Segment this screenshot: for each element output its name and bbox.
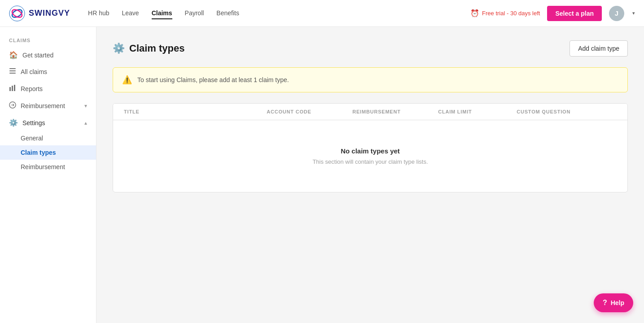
page-title-icon: ⚙️	[113, 43, 125, 54]
empty-subtitle: This section will contain your claim typ…	[124, 158, 617, 165]
help-label: Help	[611, 299, 624, 306]
trial-badge: ⏰ Free trial - 30 days left	[470, 9, 540, 17]
warning-text: To start using Claims, please add at lea…	[137, 76, 289, 83]
sidebar-label-get-started: Get started	[22, 52, 53, 59]
nav-claims[interactable]: Claims	[152, 8, 172, 19]
svg-rect-4	[9, 70, 16, 71]
help-button[interactable]: ? Help	[594, 293, 633, 312]
table-header: TITLE ACCOUNT CODE REIMBURSEMENT CLAIM L…	[113, 104, 627, 120]
avatar[interactable]: J	[609, 6, 624, 21]
select-plan-button[interactable]: Select a plan	[547, 6, 602, 21]
chevron-down-icon: ▾	[84, 103, 87, 109]
reimbursement-icon	[9, 101, 16, 110]
list-icon	[9, 67, 16, 76]
page-title-row: ⚙️ Claim types	[113, 43, 185, 54]
svg-rect-6	[9, 87, 11, 91]
warning-icon: ⚠️	[122, 75, 132, 85]
trial-text: Free trial - 30 days left	[482, 10, 540, 17]
warning-banner: ⚠️ To start using Claims, please add at …	[113, 67, 628, 92]
col-custom-question: CUSTOM QUESTION	[517, 109, 617, 114]
sidebar-item-reimbursement[interactable]: Reimbursement ▾	[0, 97, 96, 114]
col-reimbursement: REIMBURSEMENT	[352, 109, 438, 114]
sidebar-label-reimbursement-sub: Reimbursement	[21, 163, 65, 170]
nav-payroll[interactable]: Payroll	[185, 8, 204, 19]
svg-rect-8	[14, 85, 15, 91]
sidebar-sub-item-reimbursement[interactable]: Reimbursement	[0, 160, 96, 174]
main-layout: CLAIMS 🏠 Get started All claims	[0, 27, 644, 323]
avatar-dropdown-icon[interactable]: ▾	[632, 10, 635, 16]
nav-benefits[interactable]: Benefits	[216, 8, 239, 19]
svg-rect-5	[9, 73, 16, 74]
sidebar: CLAIMS 🏠 Get started All claims	[0, 27, 96, 323]
sidebar-label-reimbursement: Reimbursement	[21, 102, 65, 109]
add-claim-type-button[interactable]: Add claim type	[570, 40, 628, 57]
sidebar-item-settings[interactable]: ⚙️ Settings ▴	[0, 114, 96, 131]
sidebar-label-all-claims: All claims	[21, 68, 47, 75]
sidebar-item-get-started[interactable]: 🏠 Get started	[0, 47, 96, 63]
home-icon: 🏠	[9, 51, 18, 59]
col-title: TITLE	[124, 109, 267, 114]
sidebar-label-claim-types: Claim types	[21, 149, 56, 156]
settings-icon: ⚙️	[9, 118, 18, 127]
page-header: ⚙️ Claim types Add claim type	[113, 40, 628, 57]
sidebar-sub-item-claim-types[interactable]: Claim types	[0, 145, 96, 160]
help-icon: ?	[603, 299, 607, 307]
page-title: Claim types	[129, 43, 185, 54]
sidebar-item-all-claims[interactable]: All claims	[0, 63, 96, 80]
svg-rect-3	[9, 68, 16, 69]
top-navigation: SWINGVY HR hub Leave Claims Payroll Bene…	[0, 0, 644, 27]
empty-title: No claim types yet	[124, 147, 617, 155]
logo[interactable]: SWINGVY	[9, 5, 70, 22]
sidebar-label-general: General	[21, 135, 43, 142]
nav-right: ⏰ Free trial - 30 days left Select a pla…	[470, 6, 635, 21]
reports-icon	[9, 84, 16, 93]
main-content: ⚙️ Claim types Add claim type ⚠️ To star…	[96, 27, 644, 323]
nav-leave[interactable]: Leave	[122, 8, 139, 19]
sidebar-label-reports: Reports	[21, 85, 43, 92]
chevron-up-icon: ▴	[84, 120, 87, 126]
svg-point-0	[9, 6, 25, 21]
nav-links: HR hub Leave Claims Payroll Benefits	[88, 8, 470, 19]
nav-hr-hub[interactable]: HR hub	[88, 8, 109, 19]
col-claim-limit: CLAIM LIMIT	[438, 109, 517, 114]
sidebar-section-label: CLAIMS	[0, 34, 96, 47]
sidebar-sub-item-general[interactable]: General	[0, 131, 96, 145]
sidebar-item-reports[interactable]: Reports	[0, 80, 96, 97]
claim-types-table: TITLE ACCOUNT CODE REIMBURSEMENT CLAIM L…	[113, 103, 628, 192]
brand-name: SWINGVY	[29, 9, 70, 18]
svg-rect-7	[12, 86, 13, 91]
table-empty-state: No claim types yet This section will con…	[113, 120, 627, 192]
sidebar-label-settings: Settings	[22, 119, 45, 127]
clock-icon: ⏰	[470, 9, 479, 17]
col-account-code: ACCOUNT CODE	[267, 109, 352, 114]
